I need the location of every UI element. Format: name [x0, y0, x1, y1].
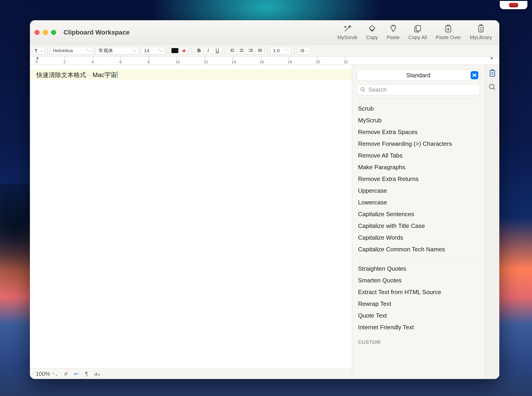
cleaner-item[interactable]: Uppercase — [357, 185, 480, 197]
cleaner-item[interactable]: Lowercase — [357, 197, 480, 208]
copy-all-button[interactable]: Copy All — [406, 24, 430, 41]
traffic-lights — [35, 30, 56, 35]
font-name: Helvetica — [53, 48, 73, 53]
search-input[interactable]: Search — [357, 84, 480, 95]
align-right-icon — [248, 49, 253, 52]
text-tool-icon — [489, 70, 496, 77]
align-right-button[interactable] — [246, 47, 255, 54]
text-color-button[interactable] — [170, 47, 179, 54]
cleaner-item[interactable]: Remove Extra Returns — [357, 173, 480, 185]
preset-label: Standard — [406, 72, 431, 79]
paste-label: Paste — [387, 35, 399, 41]
font-size: 14 — [144, 48, 149, 53]
cleaner-item[interactable]: Capitalize Words — [357, 232, 480, 244]
font-size-stepper[interactable]: 14⌃⌄ — [142, 47, 165, 54]
italic-button[interactable]: I — [204, 47, 213, 54]
status-hash[interactable]: # — [65, 371, 67, 377]
paste-over-button[interactable]: Paste Over — [433, 24, 464, 41]
line-spacing-stepper[interactable]: 1.0⌃⌄ — [270, 47, 291, 54]
svg-point-6 — [361, 88, 364, 91]
rail-search-button[interactable] — [489, 83, 496, 91]
font-family-select[interactable]: Helvetica⌃⌄ — [50, 47, 93, 54]
cleaner-item[interactable]: Make Paragraphs — [357, 161, 480, 173]
cleaner-item[interactable]: Remove All Tabs — [357, 150, 480, 161]
status-bar: 100% ⌃⌄ # ↩ ¶ — [30, 368, 352, 379]
list-style-select[interactable]: ⌄ — [297, 47, 310, 54]
color-swatch-icon — [171, 48, 178, 53]
copy-all-icon — [413, 24, 422, 33]
chevron-down-icon — [471, 71, 478, 79]
cleaner-item[interactable]: Extract Text from HTML Source — [357, 286, 480, 298]
search-placeholder: Search — [368, 87, 387, 93]
align-justify-icon — [258, 49, 262, 52]
align-justify-button[interactable] — [255, 47, 265, 54]
preset-picker[interactable]: Standard — [357, 70, 480, 81]
line-spacing-value: 1.0 — [273, 48, 280, 53]
window-title: Clipboard Workspace — [64, 29, 130, 36]
rail-cleaners-button[interactable] — [489, 70, 496, 77]
format-bar: ¶⌄ Helvetica⌃⌄ 常规体⌃⌄ 14⌃⌄ a B I U 1.0⌃⌄ … — [30, 45, 499, 57]
custom-section-label: CUSTOM — [357, 333, 480, 347]
svg-point-3 — [300, 49, 301, 50]
cleaner-item[interactable]: Quote Text — [357, 310, 480, 321]
close-button[interactable] — [35, 30, 40, 35]
align-left-icon — [230, 49, 235, 52]
svg-rect-0 — [416, 25, 421, 31]
minimize-button[interactable] — [43, 30, 48, 35]
paragraph-style-select[interactable]: ¶⌄ — [32, 47, 45, 54]
titlebar: Clipboard Workspace MyScrub Copy Paste C… — [30, 20, 499, 45]
font-style-select[interactable]: 常规体⌃⌄ — [96, 47, 139, 54]
clear-format-button[interactable]: a — [179, 47, 189, 54]
paragraph-glyph: ¶ — [35, 48, 37, 53]
cleaner-item[interactable]: Capitalize with Title Case — [357, 220, 480, 232]
mylibrary-button[interactable]: MyLibrary — [467, 24, 495, 41]
app-window: Clipboard Workspace MyScrub Copy Paste C… — [30, 20, 499, 379]
status-paragraph[interactable]: ¶ — [85, 371, 88, 377]
paste-button[interactable]: Paste — [384, 24, 402, 41]
italic-icon: I — [207, 48, 209, 54]
svg-rect-2 — [479, 25, 483, 32]
sidebar-rail — [485, 65, 499, 379]
align-center-icon — [239, 49, 244, 52]
align-left-button[interactable] — [228, 47, 237, 54]
cleaner-item[interactable]: Remove Extra Spaces — [357, 126, 480, 138]
cleaner-item[interactable]: Straighten Quotes — [357, 263, 480, 274]
cleaner-item[interactable]: Rewrap Text — [357, 298, 480, 310]
editor-area[interactable]: 快速清除文本格式···Mac宇宙 — [30, 65, 352, 368]
copy-label: Copy — [366, 35, 378, 41]
paste-over-label: Paste Over — [436, 35, 461, 41]
status-stats-icon[interactable] — [94, 372, 99, 376]
cleaner-item[interactable]: Internet Friendly Text — [357, 321, 480, 333]
copy-button[interactable]: Copy — [363, 24, 381, 41]
zoom-level[interactable]: 100% ⌃⌄ — [36, 371, 58, 377]
svg-point-5 — [300, 51, 301, 52]
underline-button[interactable]: U — [213, 47, 222, 54]
zoom-button[interactable] — [51, 30, 56, 35]
ruler[interactable]: ▾ ▾ 0246810121416182022 — [30, 57, 499, 65]
cleaner-item[interactable]: Scrub — [357, 103, 480, 115]
cleaner-item[interactable]: MyScrub — [357, 115, 480, 126]
paste-over-icon — [444, 24, 453, 33]
cleaner-item[interactable]: Capitalize Common Tech Names — [357, 244, 480, 255]
paste-icon — [389, 24, 398, 33]
align-center-button[interactable] — [237, 47, 246, 54]
font-style: 常规体 — [99, 47, 113, 54]
copy-all-label: Copy All — [408, 35, 427, 41]
cleaner-item[interactable]: Capitalize Sentences — [357, 208, 480, 220]
myscrub-button[interactable]: MyScrub — [335, 24, 360, 41]
search-icon — [360, 87, 366, 93]
menubar-indicator — [500, 1, 527, 9]
clear-format-icon: a — [183, 48, 185, 54]
list-icon — [300, 49, 304, 52]
underline-icon: U — [216, 48, 219, 54]
bold-button[interactable]: B — [195, 47, 204, 54]
copy-icon — [368, 24, 376, 33]
myscrub-label: MyScrub — [337, 35, 357, 41]
status-return[interactable]: ↩ — [74, 371, 78, 377]
magnifier-icon — [489, 83, 496, 91]
svg-point-8 — [490, 84, 494, 89]
bold-icon: B — [197, 48, 201, 54]
cleaner-item[interactable]: Smarten Quotes — [357, 274, 480, 286]
svg-point-4 — [300, 50, 301, 51]
cleaner-item[interactable]: Remove Forwarding (>) Characters — [357, 138, 480, 150]
